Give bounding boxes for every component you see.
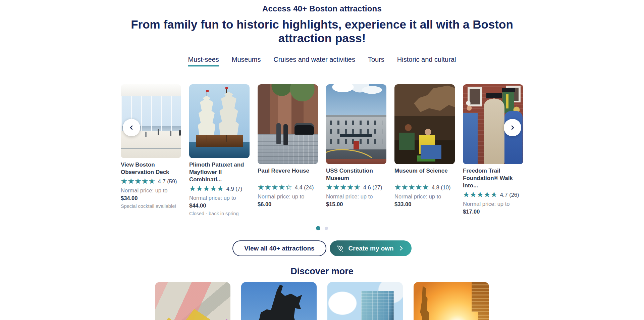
price-label: Normal price: up to (121, 187, 181, 194)
star-rating: ☆☆☆☆☆★★★★★ 4.7 (59) (121, 178, 181, 185)
card-uss-constitution-museum[interactable]: USS Constitution Museum ☆☆☆☆☆★★★★★ 4.6 (… (326, 84, 386, 215)
view-all-attractions-button[interactable]: View all 40+ attractions (232, 240, 326, 256)
carousel-next-button[interactable] (504, 119, 521, 136)
price-label: Normal price: up to (189, 195, 250, 201)
price-label: Normal price: up to (394, 193, 455, 200)
price-value: $34.00 (121, 195, 181, 201)
availability-note (326, 210, 386, 215)
star-rating: ☆☆☆☆☆★★★★★ 4.4 (24) (258, 184, 318, 191)
star-rating: ☆☆☆☆☆★★★★★ 4.9 (7) (189, 185, 250, 192)
card-view-boston-observation-deck[interactable]: View Boston Observation Deck ☆☆☆☆☆★★★★★ … (121, 84, 181, 209)
rating-text: 4.8 (10) (432, 184, 451, 191)
card-title: View Boston Observation Deck (121, 161, 181, 176)
stars-icon: ☆☆☆☆☆★★★★★ (463, 191, 498, 198)
price-label: Normal price: up to (258, 193, 318, 200)
stars-icon: ☆☆☆☆☆★★★★★ (258, 184, 292, 191)
carousel-dot[interactable] (325, 227, 328, 230)
star-rating: ☆☆☆☆☆★★★★★ 4.8 (10) (394, 184, 455, 191)
carousel-prev-button[interactable] (123, 119, 140, 136)
tab-museums[interactable]: Museums (232, 56, 261, 66)
card-freedom-trail-foundation[interactable]: Freedom Trail Foundation® Walk Into... ☆… (463, 84, 523, 223)
price-value: $17.00 (463, 209, 523, 215)
card-paul-revere-house[interactable]: Paul Revere House ☆☆☆☆☆★★★★★ 4.4 (24) No… (258, 84, 318, 215)
mayflower-ship-image (189, 84, 250, 158)
discover-more-heading: Discover more (0, 266, 644, 277)
card-title: Paul Revere House (258, 167, 318, 182)
availability-note (463, 217, 523, 223)
carousel-dot-active[interactable] (316, 226, 320, 230)
price-value: $44.00 (189, 202, 250, 209)
rating-text: 4.7 (26) (500, 192, 519, 198)
chevron-left-icon (127, 123, 136, 132)
stars-icon: ☆☆☆☆☆★★★★★ (121, 178, 156, 185)
card-title: USS Constitution Museum (326, 167, 386, 182)
tab-cruises-water-activities[interactable]: Cruises and water activities (273, 56, 355, 66)
discover-tiles (0, 282, 644, 320)
rating-text: 4.6 (27) (363, 184, 382, 191)
stars-icon: ☆☆☆☆☆★★★★★ (326, 184, 361, 191)
create-my-own-button[interactable]: Create my own (330, 240, 412, 256)
price-label: Normal price: up to (326, 193, 386, 200)
card-title: Museum of Science (394, 167, 455, 182)
star-rating: ☆☆☆☆☆★★★★★ 4.7 (26) (463, 191, 523, 198)
card-title: Plimoth Patuxet and Mayflower II Combina… (189, 161, 250, 183)
card-list: View Boston Observation Deck ☆☆☆☆☆★★★★★ … (121, 84, 523, 223)
availability-note: Special cocktail available! (121, 203, 181, 209)
price-label: Normal price: up to (463, 201, 523, 207)
create-my-own-label: Create my own (348, 245, 394, 252)
availability-note (394, 210, 455, 215)
rating-text: 4.9 (7) (226, 186, 243, 192)
page-title: From family fun to historic highlights, … (124, 17, 520, 45)
star-rating: ☆☆☆☆☆★★★★★ 4.6 (27) (326, 184, 386, 191)
price-value: $6.00 (258, 201, 318, 208)
discover-tile-street-art[interactable] (155, 282, 230, 320)
stars-icon: ☆☆☆☆☆★★★★★ (189, 185, 224, 192)
tab-tours[interactable]: Tours (368, 56, 384, 66)
chevron-right-icon (508, 123, 517, 132)
rating-text: 4.4 (24) (295, 184, 314, 191)
uss-constitution-museum-image (326, 84, 386, 164)
rating-text: 4.7 (59) (158, 178, 177, 185)
museum-of-science-image (394, 84, 455, 164)
magic-pin-icon (336, 244, 344, 253)
card-title: Freedom Trail Foundation® Walk Into... (463, 167, 523, 189)
cta-row: View all 40+ attractions Create my own (0, 240, 644, 256)
availability-note (258, 210, 318, 215)
attractions-carousel: View Boston Observation Deck ☆☆☆☆☆★★★★★ … (121, 84, 523, 223)
card-plimoth-patuxet-mayflower[interactable]: Plimoth Patuxet and Mayflower II Combina… (189, 84, 250, 217)
discover-tile-boston-skyline[interactable] (327, 282, 403, 320)
tab-must-sees[interactable]: Must-sees (188, 56, 219, 66)
chevron-right-icon (398, 245, 404, 252)
discover-tile-sunset-boulevard[interactable] (414, 282, 489, 320)
section-eyebrow: Access 40+ Boston attractions (0, 0, 644, 13)
card-museum-of-science[interactable]: Museum of Science ☆☆☆☆☆★★★★★ 4.8 (10) No… (394, 84, 455, 215)
category-tabs: Must-sees Museums Cruises and water acti… (0, 56, 644, 66)
paul-revere-street-image (258, 84, 318, 164)
discover-tile-washington-statue[interactable] (241, 282, 317, 320)
availability-note: Closed - back in spring (189, 211, 250, 217)
carousel-pagination (0, 226, 644, 230)
price-value: $33.00 (394, 201, 455, 208)
stars-icon: ☆☆☆☆☆★★★★★ (394, 184, 429, 191)
price-value: $15.00 (326, 201, 386, 208)
tab-historic-cultural[interactable]: Historic and cultural (397, 56, 456, 66)
